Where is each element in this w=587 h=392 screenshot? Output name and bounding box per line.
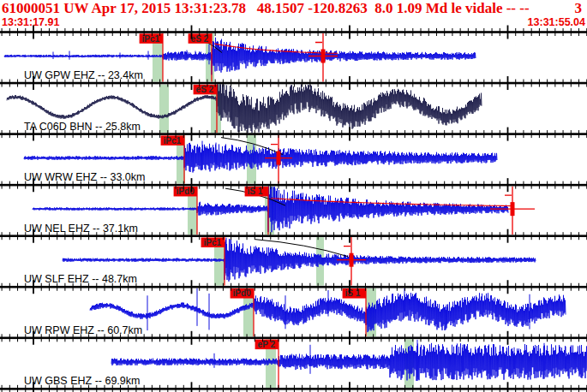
pick-label-text[interactable]: iPd0 — [233, 288, 252, 298]
trace-divider — [0, 337, 587, 340]
pick-label-text[interactable]: iPc1 — [142, 34, 160, 44]
pick-uncertainty-band — [159, 84, 169, 133]
pick-label-text[interactable]: eP 2 — [258, 340, 276, 349]
pick-label-text[interactable]: iPc1 — [204, 238, 222, 247]
seismogram-viewer-window: 61000051 UW Apr 17, 2015 13:31:23.78 48.… — [0, 0, 587, 392]
trace-divider — [0, 133, 587, 135]
trace-divider — [0, 31, 587, 33]
trace-divider — [0, 235, 587, 237]
pick-label-text[interactable]: eS 2 — [196, 85, 214, 94]
seismogram-canvas[interactable]: iPc1eS 2UW GPW EHZ -- 23.4kmeS 2TA C06D … — [0, 0, 587, 392]
pick-label-text[interactable]: iPc1 — [164, 136, 182, 146]
trace-divider — [0, 286, 587, 288]
trace-divider — [0, 388, 587, 390]
pick-label-text[interactable]: iS 1 — [345, 288, 361, 298]
station-label: UW WRW EHZ -- 33.0km — [24, 171, 145, 183]
station-label: UW GPW EHZ -- 23.4km — [24, 69, 143, 81]
trace-divider — [0, 82, 587, 85]
station-label: UW RPW EHZ -- 60.7km — [24, 324, 142, 336]
trace-divider — [0, 184, 587, 187]
